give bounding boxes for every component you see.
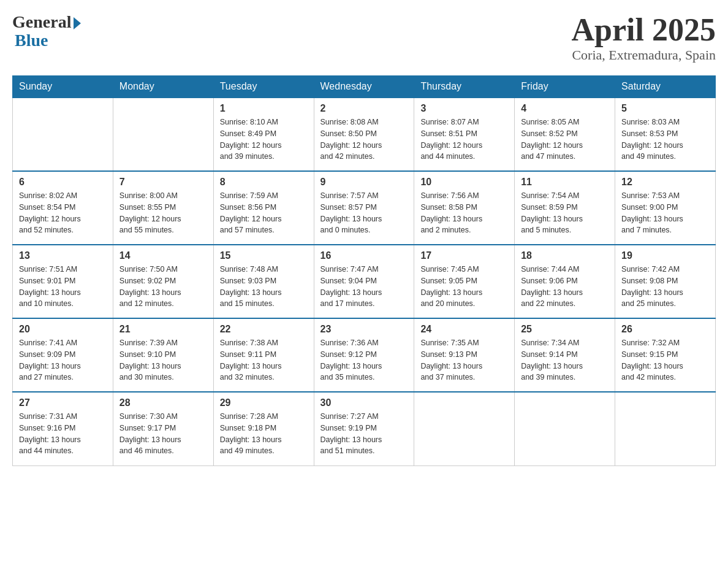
calendar-cell: 23Sunrise: 7:36 AM Sunset: 9:12 PM Dayli…	[314, 318, 414, 392]
day-info: Sunrise: 8:03 AM Sunset: 8:53 PM Dayligh…	[621, 117, 709, 163]
day-info: Sunrise: 7:57 AM Sunset: 8:57 PM Dayligh…	[320, 190, 408, 236]
calendar-cell: 30Sunrise: 7:27 AM Sunset: 9:19 PM Dayli…	[314, 392, 414, 465]
calendar-header: SundayMondayTuesdayWednesdayThursdayFrid…	[13, 76, 716, 98]
day-number: 11	[521, 177, 609, 188]
logo: General Blue	[12, 12, 81, 50]
day-number: 26	[621, 324, 709, 335]
logo-arrow-icon	[74, 17, 81, 29]
weekday-header-thursday: Thursday	[414, 76, 515, 98]
calendar-cell: 4Sunrise: 8:05 AM Sunset: 8:52 PM Daylig…	[515, 98, 615, 171]
calendar-cell: 18Sunrise: 7:44 AM Sunset: 9:06 PM Dayli…	[515, 245, 615, 318]
day-number: 18	[521, 250, 609, 261]
calendar-cell	[515, 392, 615, 465]
day-number: 25	[521, 324, 609, 335]
day-number: 27	[19, 397, 107, 408]
day-number: 2	[320, 103, 408, 114]
day-number: 9	[320, 177, 408, 188]
calendar-week-row: 20Sunrise: 7:41 AM Sunset: 9:09 PM Dayli…	[13, 318, 716, 392]
day-info: Sunrise: 7:27 AM Sunset: 9:19 PM Dayligh…	[320, 411, 408, 457]
day-info: Sunrise: 8:10 AM Sunset: 8:49 PM Dayligh…	[220, 117, 308, 163]
day-info: Sunrise: 7:47 AM Sunset: 9:04 PM Dayligh…	[320, 264, 408, 310]
day-info: Sunrise: 7:51 AM Sunset: 9:01 PM Dayligh…	[19, 264, 107, 310]
calendar-cell: 26Sunrise: 7:32 AM Sunset: 9:15 PM Dayli…	[615, 318, 716, 392]
calendar-cell: 28Sunrise: 7:30 AM Sunset: 9:17 PM Dayli…	[113, 392, 213, 465]
day-number: 8	[220, 177, 308, 188]
weekday-header-wednesday: Wednesday	[314, 76, 414, 98]
day-info: Sunrise: 7:45 AM Sunset: 9:05 PM Dayligh…	[420, 264, 508, 310]
day-number: 3	[420, 103, 508, 114]
calendar-cell: 12Sunrise: 7:53 AM Sunset: 9:00 PM Dayli…	[615, 171, 716, 245]
day-number: 21	[119, 324, 207, 335]
calendar-cell	[113, 98, 213, 171]
logo-general-text: General	[12, 12, 71, 32]
day-info: Sunrise: 7:32 AM Sunset: 9:15 PM Dayligh…	[621, 337, 709, 383]
calendar-body: 1Sunrise: 8:10 AM Sunset: 8:49 PM Daylig…	[13, 98, 716, 465]
calendar-cell: 5Sunrise: 8:03 AM Sunset: 8:53 PM Daylig…	[615, 98, 716, 171]
day-info: Sunrise: 7:28 AM Sunset: 9:18 PM Dayligh…	[220, 411, 308, 457]
title-block: April 2025 Coria, Extremadura, Spain	[572, 12, 716, 63]
day-info: Sunrise: 7:30 AM Sunset: 9:17 PM Dayligh…	[119, 411, 207, 457]
day-number: 28	[119, 397, 207, 408]
calendar-cell	[414, 392, 515, 465]
weekday-header-sunday: Sunday	[13, 76, 113, 98]
day-number: 14	[119, 250, 207, 261]
day-info: Sunrise: 8:00 AM Sunset: 8:55 PM Dayligh…	[119, 190, 207, 236]
day-info: Sunrise: 7:39 AM Sunset: 9:10 PM Dayligh…	[119, 337, 207, 383]
weekday-header-row: SundayMondayTuesdayWednesdayThursdayFrid…	[13, 76, 716, 98]
day-info: Sunrise: 7:36 AM Sunset: 9:12 PM Dayligh…	[320, 337, 408, 383]
day-number: 30	[320, 397, 408, 408]
day-info: Sunrise: 7:54 AM Sunset: 8:59 PM Dayligh…	[521, 190, 609, 236]
calendar-cell: 13Sunrise: 7:51 AM Sunset: 9:01 PM Dayli…	[13, 245, 113, 318]
calendar-table: SundayMondayTuesdayWednesdayThursdayFrid…	[12, 75, 716, 466]
calendar-cell: 9Sunrise: 7:57 AM Sunset: 8:57 PM Daylig…	[314, 171, 414, 245]
page-header: General Blue April 2025 Coria, Extremadu…	[12, 12, 716, 63]
calendar-cell: 15Sunrise: 7:48 AM Sunset: 9:03 PM Dayli…	[213, 245, 314, 318]
calendar-cell: 14Sunrise: 7:50 AM Sunset: 9:02 PM Dayli…	[113, 245, 213, 318]
calendar-cell	[615, 392, 716, 465]
day-info: Sunrise: 7:42 AM Sunset: 9:08 PM Dayligh…	[621, 264, 709, 310]
day-number: 6	[19, 177, 107, 188]
day-info: Sunrise: 7:56 AM Sunset: 8:58 PM Dayligh…	[420, 190, 508, 236]
calendar-cell: 2Sunrise: 8:08 AM Sunset: 8:50 PM Daylig…	[314, 98, 414, 171]
calendar-week-row: 13Sunrise: 7:51 AM Sunset: 9:01 PM Dayli…	[13, 245, 716, 318]
calendar-cell: 21Sunrise: 7:39 AM Sunset: 9:10 PM Dayli…	[113, 318, 213, 392]
calendar-cell: 20Sunrise: 7:41 AM Sunset: 9:09 PM Dayli…	[13, 318, 113, 392]
day-number: 29	[220, 397, 308, 408]
calendar-week-row: 6Sunrise: 8:02 AM Sunset: 8:54 PM Daylig…	[13, 171, 716, 245]
calendar-cell: 8Sunrise: 7:59 AM Sunset: 8:56 PM Daylig…	[213, 171, 314, 245]
day-number: 20	[19, 324, 107, 335]
day-info: Sunrise: 8:08 AM Sunset: 8:50 PM Dayligh…	[320, 117, 408, 163]
day-info: Sunrise: 7:53 AM Sunset: 9:00 PM Dayligh…	[621, 190, 709, 236]
logo-blue-text: Blue	[12, 31, 48, 50]
day-info: Sunrise: 7:34 AM Sunset: 9:14 PM Dayligh…	[521, 337, 609, 383]
day-info: Sunrise: 7:50 AM Sunset: 9:02 PM Dayligh…	[119, 264, 207, 310]
day-number: 5	[621, 103, 709, 114]
calendar-cell: 6Sunrise: 8:02 AM Sunset: 8:54 PM Daylig…	[13, 171, 113, 245]
calendar-cell: 11Sunrise: 7:54 AM Sunset: 8:59 PM Dayli…	[515, 171, 615, 245]
day-number: 13	[19, 250, 107, 261]
month-title: April 2025	[572, 12, 716, 47]
weekday-header-monday: Monday	[113, 76, 213, 98]
day-number: 22	[220, 324, 308, 335]
calendar-cell: 22Sunrise: 7:38 AM Sunset: 9:11 PM Dayli…	[213, 318, 314, 392]
calendar-cell: 19Sunrise: 7:42 AM Sunset: 9:08 PM Dayli…	[615, 245, 716, 318]
day-number: 12	[621, 177, 709, 188]
day-number: 17	[420, 250, 508, 261]
calendar-cell: 24Sunrise: 7:35 AM Sunset: 9:13 PM Dayli…	[414, 318, 515, 392]
day-info: Sunrise: 7:35 AM Sunset: 9:13 PM Dayligh…	[420, 337, 508, 383]
calendar-cell: 29Sunrise: 7:28 AM Sunset: 9:18 PM Dayli…	[213, 392, 314, 465]
calendar-cell: 16Sunrise: 7:47 AM Sunset: 9:04 PM Dayli…	[314, 245, 414, 318]
calendar-cell: 25Sunrise: 7:34 AM Sunset: 9:14 PM Dayli…	[515, 318, 615, 392]
calendar-cell: 10Sunrise: 7:56 AM Sunset: 8:58 PM Dayli…	[414, 171, 515, 245]
calendar-week-row: 27Sunrise: 7:31 AM Sunset: 9:16 PM Dayli…	[13, 392, 716, 465]
day-number: 7	[119, 177, 207, 188]
day-info: Sunrise: 7:38 AM Sunset: 9:11 PM Dayligh…	[220, 337, 308, 383]
day-number: 23	[320, 324, 408, 335]
calendar-cell: 3Sunrise: 8:07 AM Sunset: 8:51 PM Daylig…	[414, 98, 515, 171]
day-number: 10	[420, 177, 508, 188]
day-info: Sunrise: 8:07 AM Sunset: 8:51 PM Dayligh…	[420, 117, 508, 163]
day-number: 4	[521, 103, 609, 114]
day-number: 19	[621, 250, 709, 261]
day-info: Sunrise: 8:02 AM Sunset: 8:54 PM Dayligh…	[19, 190, 107, 236]
calendar-cell: 1Sunrise: 8:10 AM Sunset: 8:49 PM Daylig…	[213, 98, 314, 171]
